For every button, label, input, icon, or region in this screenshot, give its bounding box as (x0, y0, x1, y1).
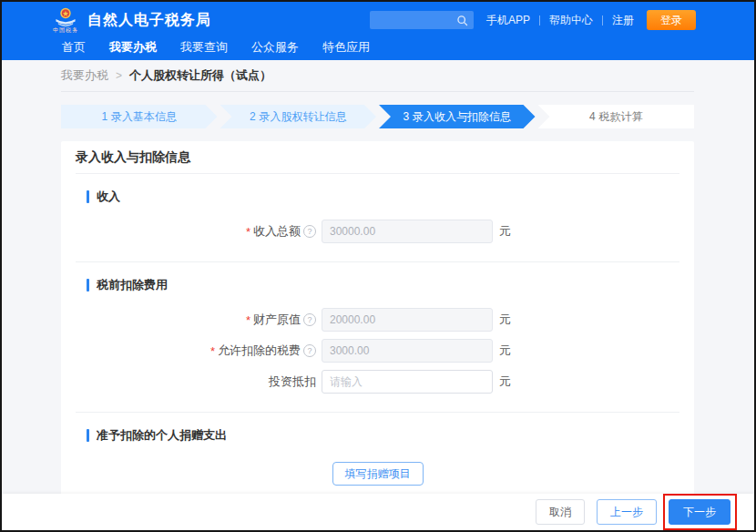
step-number: 3 (403, 110, 409, 123)
next-step-button-wrapper: 下一步 (669, 499, 730, 525)
help-icon[interactable]: ? (303, 344, 316, 357)
field-row-property-value: * 财产原值 ? 元 (76, 308, 679, 332)
footer-action-bar: 取消 上一步 下一步 (2, 494, 754, 530)
app-header: 中国税务 自然人电子税务局 手机APP 帮助中心 注册 登录 首页 我要办税 我 (2, 2, 754, 60)
step-2-equity-transfer-info[interactable]: 2 录入股权转让信息 (220, 105, 377, 128)
step-1-basic-info[interactable]: 1 录入基本信息 (61, 105, 218, 128)
unit-label: 元 (499, 373, 511, 390)
field-row-total-income: * 收入总额 ? 元 (76, 220, 679, 243)
unit-label: 元 (499, 343, 511, 359)
cancel-button[interactable]: 取消 (536, 499, 585, 525)
search-icon (456, 15, 468, 26)
field-row-deductible-tax: * 允许扣除的税费 ? 元 (76, 339, 679, 363)
required-mark: * (246, 225, 250, 239)
unit-label: 元 (499, 312, 511, 328)
section-bar (87, 190, 89, 203)
section-income-title: 收入 (97, 189, 120, 205)
fill-donation-items-button[interactable]: 填写捐赠项目 (332, 462, 424, 486)
section-deduction-title: 税前扣除费用 (97, 277, 168, 293)
section-bar (87, 279, 89, 292)
breadcrumb-separator: > (116, 69, 122, 82)
property-value-input[interactable] (322, 308, 493, 332)
section-income: 收入 (87, 189, 679, 205)
breadcrumb-current: 个人股权转让所得（试点） (129, 67, 271, 84)
mobile-app-link[interactable]: 手机APP (486, 13, 530, 28)
step-label: 录入股权转让信息 (260, 109, 347, 125)
search-input[interactable] (370, 11, 474, 29)
donation-button-row: 填写捐赠项目 (76, 462, 679, 486)
deductible-tax-input[interactable] (322, 339, 493, 363)
breadcrumb-divider (61, 91, 694, 92)
breadcrumb-parent[interactable]: 我要办税 (61, 67, 108, 84)
main-nav: 首页 我要办税 我要查询 公众服务 特色应用 (2, 38, 754, 60)
register-link[interactable]: 注册 (612, 13, 634, 28)
nav-item-taxation[interactable]: 我要办税 (109, 39, 157, 56)
help-center-link[interactable]: 帮助中心 (549, 13, 593, 28)
property-value-label: 财产原值 (253, 312, 301, 328)
nav-item-featured-apps[interactable]: 特色应用 (322, 39, 370, 56)
field-label: * 允许扣除的税费 ? (76, 343, 322, 359)
section-bar (87, 429, 89, 442)
required-mark: * (210, 344, 215, 358)
required-mark: * (246, 313, 250, 327)
header-links: 手机APP 帮助中心 注册 (486, 13, 634, 28)
step-number: 1 (101, 110, 107, 123)
section-pretax-deduction: 税前扣除费用 (87, 277, 679, 293)
breadcrumb: 我要办税 > 个人股权转让所得（试点） (61, 60, 694, 91)
nav-item-home[interactable]: 首页 (62, 39, 86, 56)
total-income-label: 收入总额 (253, 223, 301, 240)
tax-emblem-icon (54, 7, 77, 27)
help-icon[interactable]: ? (303, 313, 316, 326)
nav-item-public-service[interactable]: 公众服务 (251, 39, 299, 56)
card-title: 录入收入与扣除信息 (76, 149, 190, 166)
unit-label: 元 (499, 223, 511, 240)
step-3-income-deduction-info[interactable]: 3 录入收入与扣除信息 (379, 105, 536, 128)
form-card: 录入收入与扣除信息 收入 * 收入总额 ? 元 税前扣除费用 (61, 141, 694, 494)
nav-item-query[interactable]: 我要查询 (180, 39, 228, 56)
previous-step-button[interactable]: 上一步 (597, 499, 657, 525)
field-row-investment-deduction: 投资抵扣 元 (76, 370, 679, 394)
logo-caption: 中国税务 (53, 27, 78, 33)
step-wizard: 1 录入基本信息 2 录入股权转让信息 3 录入收入与扣除信息 4 税款计算 (61, 105, 694, 128)
step-label: 税款计算 (599, 109, 643, 125)
step-4-tax-calculation[interactable]: 4 税款计算 (538, 105, 695, 128)
investment-deduction-input[interactable] (322, 370, 493, 394)
section-divider (76, 261, 679, 262)
link-divider (539, 15, 540, 26)
help-icon[interactable]: ? (303, 225, 316, 238)
step-number: 2 (250, 110, 256, 123)
app-title: 自然人电子税务局 (87, 11, 211, 30)
section-donation-title: 准予扣除的个人捐赠支出 (97, 427, 227, 444)
section-divider (76, 412, 679, 413)
card-header: 录入收入与扣除信息 (76, 141, 679, 174)
section-donation: 准予扣除的个人捐赠支出 (87, 427, 679, 444)
page-body: 我要办税 > 个人股权转让所得（试点） 1 录入基本信息 2 录入股权转让信息 … (2, 60, 754, 494)
step-label: 录入收入与扣除信息 (413, 109, 511, 125)
browser-page: 中国税务 自然人电子税务局 手机APP 帮助中心 注册 登录 首页 我要办税 我 (0, 0, 756, 532)
login-button[interactable]: 登录 (647, 10, 696, 30)
link-divider (602, 15, 603, 26)
field-label: 投资抵扣 (76, 373, 322, 390)
next-step-button[interactable]: 下一步 (669, 499, 730, 525)
field-label: * 收入总额 ? (76, 223, 322, 240)
total-income-input[interactable] (322, 220, 493, 243)
step-number: 4 (589, 110, 596, 123)
tax-bureau-logo: 中国税务 (53, 7, 78, 33)
deductible-tax-label: 允许扣除的税费 (218, 343, 301, 359)
investment-deduction-label: 投资抵扣 (269, 373, 316, 390)
step-label: 录入基本信息 (111, 109, 177, 125)
field-label: * 财产原值 ? (76, 312, 322, 328)
